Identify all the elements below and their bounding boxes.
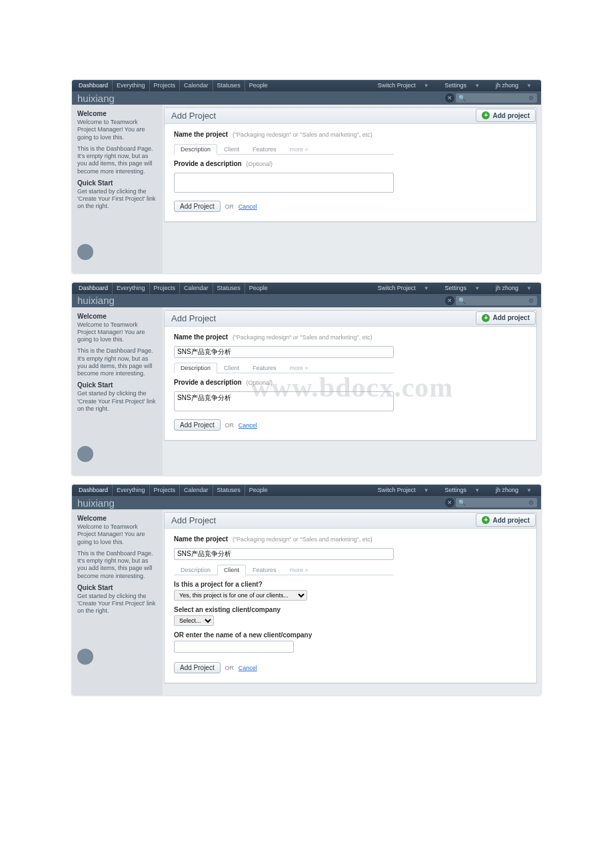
screenshot-3: Dashboard Everything Projects Calendar S… bbox=[72, 485, 541, 695]
quickstart-heading: Quick Start bbox=[77, 584, 157, 591]
search-box[interactable]: 🔍 ⚙ bbox=[456, 93, 537, 103]
welcome-text: Welcome to Teamwork Project Manager! You… bbox=[77, 321, 157, 344]
quickstart-text: Get started by clicking the 'Create Your… bbox=[77, 390, 157, 413]
search-icon: 🔍 bbox=[458, 499, 466, 506]
settings-link[interactable]: Settings▼ bbox=[438, 485, 486, 496]
avatar bbox=[77, 244, 93, 260]
name-label: Name the project bbox=[174, 535, 228, 543]
settings-link[interactable]: Settings▼ bbox=[438, 80, 486, 91]
description-textarea[interactable]: SNS产品竞争分析 bbox=[174, 391, 394, 411]
nav-people[interactable]: People bbox=[245, 80, 272, 91]
tab-more[interactable]: more » bbox=[283, 363, 315, 373]
user-menu[interactable]: jh zhong▼ bbox=[489, 283, 538, 294]
nav-projects[interactable]: Projects bbox=[150, 283, 181, 294]
nav-statuses[interactable]: Statuses bbox=[213, 283, 245, 294]
welcome-text: Welcome to Teamwork Project Manager! You… bbox=[77, 119, 157, 141]
quickstart-text: Get started by clicking the 'Create Your… bbox=[77, 188, 157, 211]
nav-people[interactable]: People bbox=[245, 485, 272, 496]
or-text: OR bbox=[225, 203, 234, 210]
nav-statuses[interactable]: Statuses bbox=[213, 80, 245, 91]
user-menu[interactable]: jh zhong▼ bbox=[489, 485, 538, 496]
top-nav: Dashboard Everything Projects Calendar S… bbox=[72, 80, 541, 91]
search-box[interactable]: 🔍 ⚙ bbox=[456, 296, 537, 305]
nav-dashboard[interactable]: Dashboard bbox=[75, 80, 113, 91]
gear-icon[interactable]: ⚙ bbox=[528, 297, 534, 304]
project-name-input[interactable] bbox=[174, 548, 394, 560]
add-project-button[interactable]: + Add project bbox=[476, 109, 536, 122]
nav-statuses[interactable]: Statuses bbox=[213, 485, 245, 496]
action-row: Add Project OR Cancel bbox=[174, 201, 527, 212]
dashboard-text: This is the Dashboard Page. It's empty r… bbox=[77, 145, 157, 175]
new-client-input[interactable] bbox=[174, 641, 294, 653]
search-box[interactable]: 🔍 ⚙ bbox=[456, 498, 537, 507]
search-icon: 🔍 bbox=[458, 297, 466, 304]
screenshot-2: Dashboard Everything Projects Calendar S… bbox=[72, 283, 541, 476]
tab-features[interactable]: Features bbox=[246, 144, 283, 155]
cancel-link[interactable]: Cancel bbox=[239, 203, 257, 210]
main-area: Add Project Name the project ("Packaging… bbox=[163, 105, 541, 273]
cancel-link[interactable]: Cancel bbox=[239, 665, 257, 671]
user-menu[interactable]: jh zhong▼ bbox=[489, 80, 538, 91]
tab-description[interactable]: Description bbox=[174, 144, 217, 155]
chevron-down-icon: ▼ bbox=[523, 83, 535, 89]
switch-project[interactable]: Switch Project▼ bbox=[371, 485, 436, 496]
brand: huixiang bbox=[77, 93, 444, 104]
add-project-card: Add Project Name the project ("Packaging… bbox=[164, 107, 537, 222]
quickstart-heading: Quick Start bbox=[77, 381, 157, 389]
select-existing-label: Select an existing client/company bbox=[174, 606, 527, 613]
desc-label: Provide a description bbox=[174, 160, 242, 167]
search-icon: 🔍 bbox=[458, 95, 466, 101]
tab-more[interactable]: more » bbox=[283, 565, 315, 575]
add-project-button[interactable]: + Add project bbox=[476, 513, 536, 527]
nav-calendar[interactable]: Calendar bbox=[180, 80, 213, 91]
tab-more[interactable]: more » bbox=[283, 144, 315, 155]
gear-icon[interactable]: ⚙ bbox=[528, 95, 534, 101]
plus-icon: + bbox=[482, 516, 490, 524]
nav-projects[interactable]: Projects bbox=[150, 80, 181, 91]
close-icon[interactable]: ✕ bbox=[445, 498, 454, 507]
tab-client[interactable]: Client bbox=[217, 363, 246, 373]
cancel-link[interactable]: Cancel bbox=[239, 422, 257, 429]
name-hint: ("Packaging redesign" or "Sales and mark… bbox=[233, 334, 372, 341]
description-textarea[interactable] bbox=[174, 173, 394, 193]
nav-dashboard[interactable]: Dashboard bbox=[75, 485, 113, 496]
sub-bar: huixiang ✕ 🔍 ⚙ bbox=[72, 91, 541, 105]
nav-projects[interactable]: Projects bbox=[150, 485, 181, 496]
nav-everything[interactable]: Everything bbox=[113, 80, 150, 91]
project-name-input[interactable] bbox=[174, 346, 394, 358]
gear-icon[interactable]: ⚙ bbox=[528, 499, 534, 506]
nav-people[interactable]: People bbox=[245, 283, 272, 294]
add-project-submit[interactable]: Add Project bbox=[174, 662, 221, 673]
desc-hint: (Optional) bbox=[246, 379, 273, 386]
tab-client[interactable]: Client bbox=[217, 565, 246, 575]
brand: huixiang bbox=[77, 497, 444, 509]
dashboard-text: This is the Dashboard Page. It's empty r… bbox=[77, 347, 157, 377]
tab-features[interactable]: Features bbox=[246, 565, 283, 575]
nav-calendar[interactable]: Calendar bbox=[180, 283, 213, 294]
tab-features[interactable]: Features bbox=[246, 363, 283, 373]
tab-description[interactable]: Description bbox=[174, 363, 217, 373]
sidebar: Welcome Welcome to Teamwork Project Mana… bbox=[72, 105, 163, 273]
name-label: Name the project bbox=[174, 131, 228, 138]
settings-link[interactable]: Settings▼ bbox=[438, 283, 486, 294]
desc-hint: (Optional) bbox=[246, 161, 273, 167]
nav-dashboard[interactable]: Dashboard bbox=[75, 283, 113, 294]
switch-project[interactable]: Switch Project▼ bbox=[371, 80, 436, 91]
welcome-heading: Welcome bbox=[77, 110, 157, 117]
switch-project[interactable]: Switch Project▼ bbox=[371, 283, 436, 294]
close-icon[interactable]: ✕ bbox=[445, 93, 454, 103]
close-icon[interactable]: ✕ bbox=[445, 296, 454, 305]
existing-client-select[interactable]: Select... bbox=[174, 615, 214, 626]
tab-client[interactable]: Client bbox=[217, 144, 246, 155]
nav-calendar[interactable]: Calendar bbox=[180, 485, 213, 496]
nav-everything[interactable]: Everything bbox=[113, 485, 150, 496]
nav-everything[interactable]: Everything bbox=[113, 283, 150, 294]
client-yes-select[interactable]: Yes, this project is for one of our clie… bbox=[174, 590, 307, 601]
add-project-submit[interactable]: Add Project bbox=[174, 419, 221, 431]
plus-icon: + bbox=[482, 111, 490, 119]
add-project-button[interactable]: + Add project bbox=[476, 311, 536, 325]
tab-description[interactable]: Description bbox=[174, 565, 217, 575]
or-text: OR bbox=[225, 422, 234, 429]
add-project-submit[interactable]: Add Project bbox=[174, 201, 221, 212]
desc-label: Provide a description bbox=[174, 379, 242, 386]
